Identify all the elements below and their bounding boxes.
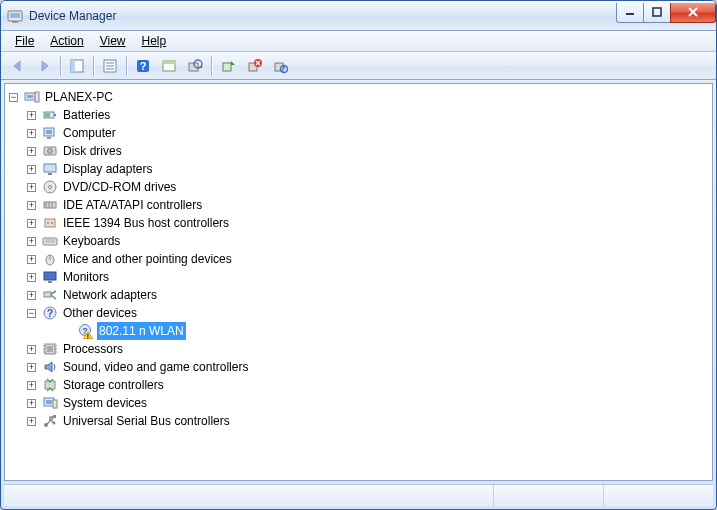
tree-category[interactable]: +Monitors	[7, 268, 710, 286]
svg-rect-51	[48, 281, 52, 283]
menu-action[interactable]: Action	[42, 32, 91, 50]
disable-button[interactable]	[268, 54, 292, 78]
expand-icon[interactable]: +	[27, 381, 36, 390]
back-button[interactable]	[6, 54, 30, 78]
minimize-button[interactable]	[616, 3, 644, 23]
menu-view[interactable]: View	[92, 32, 134, 50]
expand-icon[interactable]: +	[27, 255, 36, 264]
svg-text:?: ?	[47, 308, 53, 319]
tree-category[interactable]: +Computer	[7, 124, 710, 142]
computer-root-icon	[24, 89, 40, 105]
update-driver-button[interactable]	[216, 54, 240, 78]
action-list-button[interactable]	[157, 54, 181, 78]
uninstall-button[interactable]	[242, 54, 266, 78]
tree-item-label[interactable]: Batteries	[61, 106, 112, 124]
tree-category[interactable]: +Keyboards	[7, 232, 710, 250]
expand-icon[interactable]: +	[27, 345, 36, 354]
tree-item-label[interactable]: Mice and other pointing devices	[61, 250, 234, 268]
tree-category[interactable]: +System devices	[7, 394, 710, 412]
tree-item-label[interactable]: Storage controllers	[61, 376, 166, 394]
tree-item-label[interactable]: System devices	[61, 394, 149, 412]
tree-category[interactable]: +Batteries	[7, 106, 710, 124]
tree-item-label[interactable]: IDE ATA/ATAPI controllers	[61, 196, 204, 214]
tree-item-label[interactable]: Sound, video and game controllers	[61, 358, 250, 376]
tree-category[interactable]: +Sound, video and game controllers	[7, 358, 710, 376]
collapse-icon[interactable]: −	[27, 309, 36, 318]
titlebar[interactable]: Device Manager	[1, 1, 716, 31]
tree-item-label[interactable]: IEEE 1394 Bus host controllers	[61, 214, 231, 232]
status-cell	[493, 485, 603, 506]
tree-category[interactable]: +Display adapters	[7, 160, 710, 178]
help-button[interactable]: ?	[131, 54, 155, 78]
tree-category[interactable]: +Mice and other pointing devices	[7, 250, 710, 268]
tree-category[interactable]: +Processors	[7, 340, 710, 358]
svg-rect-42	[45, 219, 55, 227]
svg-rect-50	[44, 272, 56, 280]
maximize-button[interactable]	[643, 3, 671, 23]
tree-root[interactable]: −PLANEX-PC	[7, 88, 710, 106]
cpu-icon	[42, 341, 58, 357]
svg-rect-52	[44, 292, 51, 297]
expand-icon[interactable]: +	[27, 417, 36, 426]
tree-category[interactable]: +IDE ATA/ATAPI controllers	[7, 196, 710, 214]
expand-icon[interactable]: +	[27, 165, 36, 174]
tree-category[interactable]: +Universal Serial Bus controllers	[7, 412, 710, 430]
usb-icon	[42, 413, 58, 429]
tree-item-label[interactable]: 802.11 n WLAN	[97, 322, 186, 340]
forward-button[interactable]	[32, 54, 56, 78]
menu-help[interactable]: Help	[134, 32, 175, 50]
close-button[interactable]	[670, 3, 716, 23]
properties-button[interactable]	[98, 54, 122, 78]
expand-icon[interactable]: +	[27, 111, 36, 120]
svg-rect-67	[46, 400, 52, 404]
toolbar-separator	[93, 56, 94, 76]
svg-rect-30	[46, 130, 52, 134]
tree-view[interactable]: −PLANEX-PC+Batteries+Computer+Disk drive…	[4, 83, 713, 481]
tree-category[interactable]: +Storage controllers	[7, 376, 710, 394]
sound-icon	[42, 359, 58, 375]
expand-icon[interactable]: +	[27, 201, 36, 210]
expand-icon[interactable]: +	[27, 183, 36, 192]
network-icon	[42, 287, 58, 303]
tree-item-label[interactable]: Keyboards	[61, 232, 122, 250]
scan-hardware-button[interactable]	[183, 54, 207, 78]
show-hide-console-tree-button[interactable]	[65, 54, 89, 78]
expand-icon[interactable]: +	[27, 129, 36, 138]
collapse-icon[interactable]: −	[9, 93, 18, 102]
tree-category[interactable]: +IEEE 1394 Bus host controllers	[7, 214, 710, 232]
expand-icon[interactable]: +	[27, 399, 36, 408]
expand-icon[interactable]: +	[27, 273, 36, 282]
tree-item-label[interactable]: Other devices	[61, 304, 139, 322]
tree-category[interactable]: +Network adapters	[7, 286, 710, 304]
svg-rect-24	[27, 95, 33, 98]
expand-icon[interactable]: +	[27, 291, 36, 300]
tree-category[interactable]: −?Other devices	[7, 304, 710, 322]
tree-item-label[interactable]: Processors	[61, 340, 125, 358]
expand-icon[interactable]: +	[27, 147, 36, 156]
expand-icon[interactable]: +	[27, 237, 36, 246]
svg-rect-35	[48, 173, 52, 175]
tree-category[interactable]: +Disk drives	[7, 142, 710, 160]
tree-device[interactable]: ?!802.11 n WLAN	[7, 322, 710, 340]
menu-file[interactable]: File	[7, 32, 42, 50]
1394-icon	[42, 215, 58, 231]
keyboard-icon	[42, 233, 58, 249]
expand-icon[interactable]: +	[27, 363, 36, 372]
tree-category[interactable]: +DVD/CD-ROM drives	[7, 178, 710, 196]
tree-item-label[interactable]: DVD/CD-ROM drives	[61, 178, 178, 196]
ide-icon	[42, 197, 58, 213]
tree-item-label[interactable]: Universal Serial Bus controllers	[61, 412, 232, 430]
tree-item-label[interactable]: Monitors	[61, 268, 111, 286]
svg-text:?: ?	[140, 60, 147, 72]
tree-item-label[interactable]: Disk drives	[61, 142, 124, 160]
tree-item-label[interactable]: Display adapters	[61, 160, 154, 178]
app-icon	[7, 8, 23, 24]
svg-point-33	[48, 149, 53, 154]
tree-item-label[interactable]: Network adapters	[61, 286, 159, 304]
svg-rect-14	[163, 61, 175, 64]
expand-icon[interactable]: +	[27, 219, 36, 228]
tree-item-label[interactable]: Computer	[61, 124, 118, 142]
svg-rect-6	[71, 60, 75, 72]
tree-item-label[interactable]: PLANEX-PC	[43, 88, 115, 106]
unknown-icon: ?	[42, 305, 58, 321]
